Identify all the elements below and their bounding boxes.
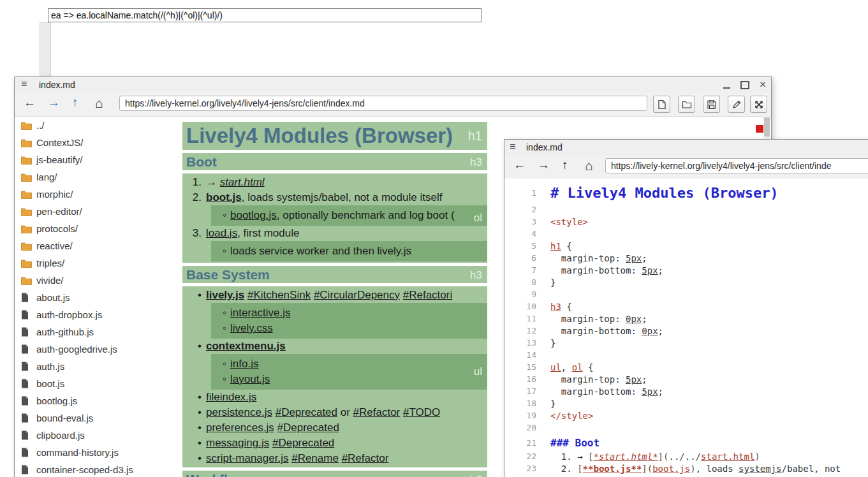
new-file-button[interactable]: [653, 96, 670, 113]
maximize-button[interactable]: [740, 81, 749, 89]
md-link[interactable]: start.html: [220, 176, 265, 188]
sidebar-item-folder[interactable]: js-beautify/: [15, 151, 181, 168]
hamburger-icon[interactable]: ≡: [21, 78, 27, 90]
expand-button[interactable]: [750, 96, 767, 113]
code-text[interactable]: }: [547, 338, 868, 350]
md-link[interactable]: #Rename: [291, 452, 339, 464]
md-link[interactable]: lively.css: [230, 322, 273, 334]
code-editor[interactable]: 1# Lively4 Modules (Browser)23<style>45h…: [504, 179, 868, 477]
md-link[interactable]: #Refactor: [353, 406, 401, 418]
sidebar-item-folder[interactable]: lang/: [15, 168, 181, 186]
code-text[interactable]: margin-bottom: 0px;: [547, 326, 868, 338]
sidebar-item-file[interactable]: about.js: [15, 289, 181, 306]
md-link[interactable]: bootlog.js: [230, 209, 277, 221]
minimize-button[interactable]: [723, 87, 730, 89]
list-item-text: layout.js: [230, 372, 270, 387]
code-text[interactable]: margin-top: 5px;: [547, 253, 868, 265]
code-text[interactable]: margin-top: 0px;: [547, 314, 868, 326]
sidebar-item-file[interactable]: auth-googledrive.js: [15, 341, 181, 358]
sidebar-item-folder[interactable]: pen-editor/: [15, 203, 181, 220]
editor-line: 3<style>: [504, 217, 868, 229]
md-link[interactable]: load.js: [206, 227, 237, 239]
home-button[interactable]: ⌂: [585, 158, 593, 173]
up-button[interactable]: ↑: [72, 96, 78, 110]
md-link[interactable]: #Refactori: [403, 289, 452, 301]
sidebar-item-folder[interactable]: ContextJS/: [15, 134, 181, 151]
md-link[interactable]: #CircularDepency: [314, 289, 400, 301]
sidebar-item-file[interactable]: auth-dropbox.js: [15, 306, 181, 323]
sidebar-item-folder[interactable]: vivide/: [15, 272, 181, 289]
md-link[interactable]: lively.js: [206, 289, 244, 301]
md-text-part: or: [337, 406, 353, 418]
url-input[interactable]: [605, 158, 868, 173]
sidebar-item-folder[interactable]: ../: [15, 117, 181, 134]
code-text[interactable]: }: [547, 399, 868, 411]
folder-icon: [21, 207, 34, 216]
code-text[interactable]: <style>: [547, 217, 868, 229]
code-text[interactable]: margin-bottom: 5px;: [547, 386, 868, 399]
code-text[interactable]: # Lively4 Modules (Browser): [547, 181, 868, 205]
code-text[interactable]: h3 {: [547, 302, 868, 314]
home-button[interactable]: ⌂: [95, 96, 103, 111]
sidebar-item-folder[interactable]: triples/: [15, 254, 181, 272]
code-text[interactable]: [547, 205, 868, 217]
code-token: 5px: [642, 386, 658, 397]
scroll-thumb[interactable]: [764, 117, 770, 136]
sidebar-item-file[interactable]: auth-github.js: [15, 323, 181, 341]
code-text[interactable]: margin-bottom: 5px;: [547, 265, 868, 277]
md-link[interactable]: #KitchenSink: [247, 289, 311, 301]
sidebar-item-file[interactable]: container-scoped-d3.js: [15, 461, 181, 477]
md-link[interactable]: #Deprecated: [277, 422, 339, 434]
forward-button[interactable]: →: [48, 96, 60, 110]
sidebar-item-file[interactable]: clipboard.js: [15, 427, 181, 444]
code-text[interactable]: </style>: [547, 411, 868, 423]
back-button[interactable]: ←: [513, 158, 526, 172]
url-input[interactable]: [119, 96, 647, 111]
code-text[interactable]: 1. → [*start.html*](../../start.html): [547, 451, 868, 464]
sidebar-item-folder[interactable]: reactive/: [15, 237, 181, 254]
sidebar-item-folder[interactable]: morphic/: [15, 186, 181, 203]
md-link[interactable]: fileindex.js: [206, 391, 256, 403]
code-text[interactable]: [547, 229, 868, 241]
back-button[interactable]: ←: [24, 96, 36, 110]
sidebar-item-file[interactable]: bound-eval.js: [15, 409, 181, 427]
md-link[interactable]: messaging.js: [206, 437, 269, 449]
md-link[interactable]: preferences.js: [206, 422, 274, 434]
sidebar-item-file[interactable]: auth.js: [15, 358, 181, 375]
edit-button[interactable]: [728, 96, 745, 113]
code-text[interactable]: ### Boot: [547, 435, 868, 451]
code-text[interactable]: [547, 423, 868, 435]
md-link[interactable]: #Deprecated: [276, 406, 337, 418]
code-text[interactable]: 2. [**boot.js**](boot.js), loads systemj…: [547, 464, 868, 476]
list-marker: •: [189, 420, 202, 436]
md-link[interactable]: boot.js: [206, 191, 242, 203]
hamburger-icon[interactable]: ≡: [510, 141, 515, 152]
save-button[interactable]: [703, 96, 720, 113]
sidebar-item-file[interactable]: command-history.js: [15, 444, 181, 461]
sidebar-item-folder[interactable]: protocols/: [15, 220, 181, 237]
sidebar-item-file[interactable]: boot.js: [15, 375, 181, 392]
md-link[interactable]: #TODO: [403, 406, 440, 418]
md-list-ol: 1.→ start.html2.boot.js, loads systemjs/…: [182, 173, 487, 263]
md-link[interactable]: info.js: [230, 358, 258, 370]
md-link[interactable]: persistence.js: [206, 406, 272, 418]
code-text[interactable]: ul, ol {: [547, 362, 868, 374]
open-folder-button[interactable]: [678, 96, 695, 113]
code-text[interactable]: [547, 350, 868, 362]
md-link[interactable]: layout.js: [230, 373, 270, 385]
forward-button[interactable]: →: [538, 158, 550, 172]
close-button[interactable]: ×: [760, 78, 766, 92]
up-button[interactable]: ↑: [562, 158, 568, 172]
md-link[interactable]: contextmenu.js: [206, 340, 286, 352]
md-link[interactable]: interactive.js: [230, 307, 290, 319]
md-link[interactable]: #Deprecated: [272, 437, 334, 449]
code-text[interactable]: h1 {: [547, 241, 868, 253]
code-text[interactable]: [547, 290, 868, 302]
md-link[interactable]: script-manager.js: [206, 452, 288, 464]
md-text-part: , optionally benchmark and log boot (: [277, 209, 455, 221]
md-link[interactable]: #Refactor: [342, 452, 389, 464]
code-text[interactable]: }: [547, 277, 868, 290]
filter-input[interactable]: [48, 8, 482, 22]
sidebar-item-file[interactable]: bootlog.js: [15, 392, 181, 409]
code-text[interactable]: margin-top: 5px;: [547, 374, 868, 386]
